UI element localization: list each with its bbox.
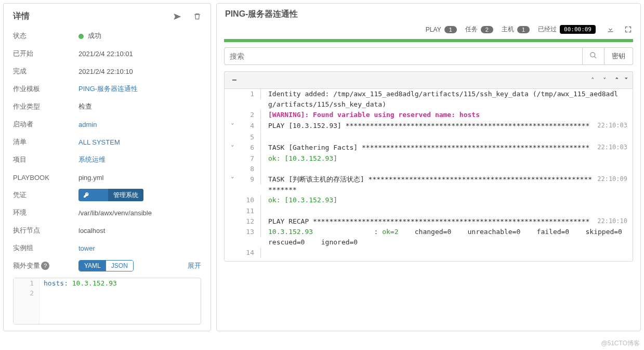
label-status: 状态 [13, 31, 78, 41]
expand-icon[interactable] [624, 25, 632, 34]
label-node: 执行节点 [13, 226, 78, 235]
value-started: 2021/2/4 22:10:01 [78, 50, 133, 58]
line-caret [225, 110, 240, 110]
value-group[interactable]: tower [78, 244, 95, 252]
stat-hosts-count: 1 [517, 26, 530, 33]
value-launched-by[interactable]: admin [78, 121, 97, 128]
output-panel: PING-服务器连通性 PLAY1 任务2 主机1 已经过00:00:09 密钥… [216, 3, 641, 331]
line-number: 11 [240, 206, 261, 216]
value-type: 检查 [78, 102, 92, 111]
line-time: 22:10:03 [592, 121, 633, 131]
line-text: PLAY [10.3.152.93] *********************… [261, 121, 592, 131]
line-number: 9 [240, 174, 261, 185]
value-node: localhost [78, 227, 105, 235]
line-caret [225, 216, 240, 217]
yaml-tab[interactable]: YAML [79, 261, 106, 271]
expand-link[interactable]: 展开 [188, 261, 201, 270]
line-text: ok: [10.3.152.93] [261, 195, 622, 205]
search-input[interactable] [224, 47, 583, 65]
line-text: Identity added: /tmp/awx_115_aed8adlg/ar… [261, 89, 622, 110]
line-text: TASK [判断该主机的存活状态] **********************… [261, 174, 592, 195]
value-inventory[interactable]: ALL SYSTEM [78, 138, 120, 146]
line-caret [225, 227, 240, 227]
label-type: 作业类型 [13, 102, 78, 111]
output-line: 12PLAY RECAP ***************************… [225, 216, 633, 227]
line-number: 12 [240, 216, 261, 227]
key-icon [78, 191, 108, 199]
line-caret [225, 206, 240, 206]
extra-vars-editor[interactable]: 1hosts: 10.3.152.93 2 [13, 278, 201, 325]
line-caret[interactable]: ˅ [225, 121, 240, 132]
line-number: 8 [240, 164, 261, 174]
line-number: 1 [240, 89, 261, 99]
label-finished: 完成 [13, 67, 78, 76]
line-time: 22:10:09 [592, 174, 633, 184]
details-title: 详情 [13, 11, 30, 22]
stat-play-count: 1 [444, 26, 457, 33]
line-caret[interactable]: ˅ [225, 142, 240, 153]
line-caret [225, 195, 240, 196]
line-number: 6 [240, 142, 261, 153]
line-text: 10.3.152.93 : ok=2 changed=0 unreachable… [261, 227, 622, 248]
key-button[interactable]: 密钥 [604, 47, 633, 65]
stat-elapsed-label: 已经过 [538, 25, 557, 34]
label-started: 已开始 [13, 49, 78, 58]
line-caret [225, 89, 240, 89]
label-playbook: PLAYBOOK [13, 174, 78, 182]
stat-hosts-label: 主机 [502, 25, 514, 34]
delete-icon[interactable] [193, 12, 201, 21]
collapse-all-button[interactable]: − [232, 75, 236, 85]
search-button[interactable] [583, 47, 604, 65]
top-icon[interactable]: ˄˄ [615, 76, 616, 84]
label-project: 项目 [13, 155, 78, 164]
value-project[interactable]: 系统运维 [78, 155, 106, 164]
line-number: 14 [240, 248, 261, 258]
stat-tasks-count: 2 [481, 26, 493, 33]
output-line: 1Identity added: /tmp/awx_115_aed8adlg/a… [225, 89, 633, 110]
bottom-icon[interactable]: ˅˅ [624, 76, 625, 84]
line-time: 22:10:03 [592, 142, 633, 152]
label-group: 实例组 [13, 243, 78, 253]
help-icon[interactable]: ? [41, 262, 49, 270]
line-caret [225, 153, 240, 154]
output-line: ˅9TASK [判断该主机的存活状态] ********************… [225, 174, 633, 195]
line-text: [WARNING]: Found variable using reserved… [261, 110, 622, 120]
value-playbook: ping.yml [78, 174, 103, 182]
label-launched-by: 启动者 [13, 120, 78, 129]
relaunch-icon[interactable] [173, 12, 181, 21]
download-icon[interactable] [606, 25, 614, 34]
label-inventory: 清单 [13, 137, 78, 147]
stat-tasks-label: 任务 [465, 25, 478, 34]
value-credential[interactable]: 管理系统 [78, 189, 143, 201]
job-output: 1Identity added: /tmp/awx_115_aed8adlg/a… [224, 88, 633, 262]
output-line: 1310.3.152.93 : ok=2 changed=0 unreachab… [225, 227, 633, 248]
output-line: 14 [225, 248, 633, 258]
label-env: 环境 [13, 208, 78, 217]
output-line: ˅6TASK [Gathering Facts] ***************… [225, 142, 633, 153]
value-env: /var/lib/awx/venv/ansible [78, 209, 152, 217]
output-line: 7ok: [10.3.152.93] [225, 153, 633, 164]
line-number: 5 [240, 132, 261, 142]
value-template[interactable]: PING-服务器连通性 [78, 84, 138, 94]
status-dot-success [78, 34, 84, 39]
line-text: ok: [10.3.152.93] [261, 153, 622, 164]
line-number: 2 [240, 110, 261, 120]
label-extra-vars: 额外变量? [13, 261, 78, 270]
prev-icon[interactable]: ˄ [591, 76, 595, 84]
details-panel: 详情 状态成功 已开始2021/2/4 22:10:01 完成2021/2/4 … [3, 3, 211, 331]
json-tab[interactable]: JSON [106, 261, 133, 271]
output-line: ˅4PLAY [10.3.152.93] *******************… [225, 121, 633, 132]
output-line: 11 [225, 206, 633, 216]
format-toggle[interactable]: YAMLJSON [78, 260, 134, 271]
line-caret[interactable]: ˅ [225, 174, 240, 185]
line-number: 13 [240, 227, 261, 237]
stats-bar: PLAY1 任务2 主机1 已经过00:00:09 [224, 23, 633, 39]
line-text: PLAY RECAP *****************************… [261, 216, 592, 227]
output-line: 8 [225, 164, 633, 174]
line-caret [225, 248, 240, 248]
line-caret [225, 132, 240, 133]
next-icon[interactable]: ˅ [603, 76, 607, 84]
line-text: TASK [Gathering Facts] *****************… [261, 142, 592, 153]
progress-bar [224, 39, 633, 42]
output-line: 2[WARNING]: Found variable using reserve… [225, 110, 633, 120]
